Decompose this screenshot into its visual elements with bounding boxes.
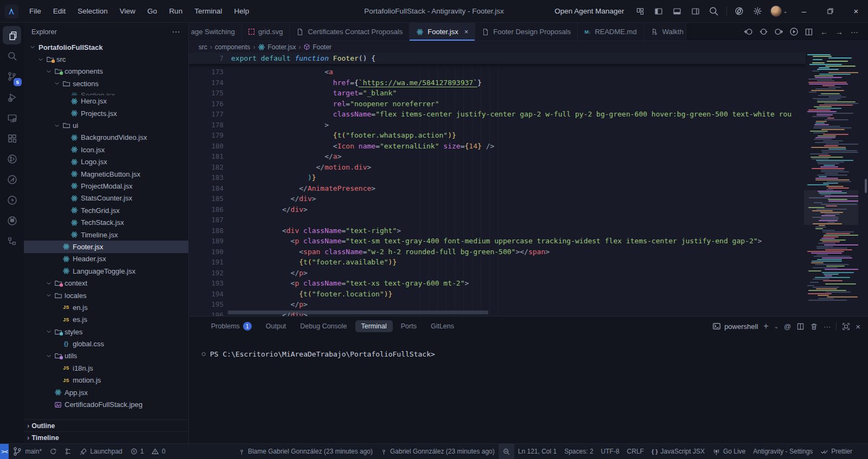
browser-icon[interactable] — [731, 4, 748, 18]
tree-item-context[interactable]: context — [24, 277, 188, 289]
go-back-icon[interactable]: ← — [817, 25, 831, 38]
split-editor-icon[interactable] — [802, 25, 816, 38]
panel-tab-problems[interactable]: Problems1 — [205, 320, 258, 333]
status-item-sync[interactable] — [46, 444, 61, 459]
close-tab-icon[interactable]: × — [464, 28, 469, 36]
tree-item-languagetoggle-jsx[interactable]: LanguageToggle.jsx — [24, 265, 188, 277]
tree-item-techstack-jsx[interactable]: TechStack.jsx — [24, 216, 188, 228]
tree-item-timeline-jsx[interactable]: Timeline.jsx — [24, 229, 188, 241]
tab-certificates-contact-proposals[interactable]: Certificates Contact Proposals — [290, 23, 410, 41]
status-item-launchpad[interactable]: Launchpad — [76, 444, 126, 459]
more-actions-icon[interactable]: ··· — [173, 28, 181, 36]
status-item-antigravity-settings[interactable]: Antigravity - Settings — [749, 444, 816, 459]
tree-item-es-js[interactable]: JSes.js — [24, 314, 188, 326]
activity-search[interactable] — [3, 47, 21, 65]
tree-item-icon-jsx[interactable]: Icon.jsx — [24, 144, 188, 156]
code-editor[interactable]: 7export default function Footer() { 173 … — [189, 53, 868, 316]
tab-grid-svg[interactable]: grid.svg — [242, 23, 290, 41]
gear-icon[interactable] — [750, 4, 766, 18]
activity-github[interactable] — [3, 211, 21, 230]
open-agent-manager-button[interactable]: Open Agent Manager — [549, 5, 629, 17]
activity-remote-explorer[interactable] — [3, 108, 21, 127]
tree-item-utils[interactable]: utils — [24, 350, 188, 362]
status-item-bell[interactable] — [856, 444, 864, 459]
tree-item-en-js[interactable]: JSen.js — [24, 301, 188, 313]
tree-item-backgroundvideo-jsx[interactable]: BackgroundVideo.jsx — [24, 132, 188, 144]
panel-tab-terminal[interactable]: Terminal — [355, 320, 393, 332]
activity-editor-tool[interactable] — [3, 170, 21, 189]
search-icon[interactable] — [706, 4, 722, 18]
activity-pull-request[interactable] — [3, 150, 21, 168]
tree-item-projects-jsx[interactable]: Projects.jsx — [24, 107, 188, 119]
status-item-spaces-2[interactable]: Spaces: 2 — [560, 444, 597, 459]
activity-extensions[interactable] — [3, 129, 21, 147]
tree-item-magneticbutton-jsx[interactable]: MagneticButton.jsx — [24, 168, 188, 180]
horizontal-scrollbar[interactable] — [228, 311, 488, 314]
tree-item-ui[interactable]: ui — [24, 119, 188, 131]
diff-icon[interactable] — [756, 25, 770, 38]
status-item-prettier[interactable]: Prettier — [816, 444, 856, 459]
tree-item-hero-jsx[interactable]: Hero.jsx — [24, 95, 188, 107]
close-button[interactable]: × — [844, 0, 868, 23]
account-menu[interactable]: ⌄ — [768, 5, 790, 17]
menu-run[interactable]: Run — [164, 4, 188, 18]
maximize-panel-icon[interactable] — [842, 322, 850, 331]
tab-walkth[interactable]: Walkth — [644, 23, 686, 41]
tree-item-certificadofullstack-jpeg[interactable]: CertificadoFullStack.jpeg — [24, 398, 188, 410]
panel-tab-output[interactable]: Output — [260, 320, 292, 332]
menu-edit[interactable]: Edit — [48, 4, 71, 18]
tree-item-components[interactable]: components — [24, 66, 188, 77]
tree-item-motion-js[interactable]: JSmotion.js — [24, 374, 188, 386]
menu-help[interactable]: Help — [228, 4, 254, 18]
toggle-sidebar-icon[interactable] — [650, 4, 667, 18]
menu-terminal[interactable]: Terminal — [189, 4, 227, 18]
tree-item-portafoliofullstack[interactable]: PortafolioFullStack — [24, 41, 188, 53]
tree-item-footer-jsx[interactable]: Footer.jsx — [24, 241, 188, 253]
navigate-back-icon[interactable] — [741, 25, 755, 38]
remote-indicator[interactable]: >< — [0, 444, 9, 459]
split-terminal-icon[interactable] — [796, 322, 805, 331]
activity-explorer[interactable] — [3, 26, 21, 44]
section-outline[interactable]: ›Outline — [24, 419, 188, 431]
tree-item-global-css[interactable]: {}global.css — [24, 338, 188, 350]
tree-item-header-jsx[interactable]: Header.jsx — [24, 253, 188, 265]
close-panel-icon[interactable]: × — [856, 322, 860, 331]
menu-view[interactable]: View — [114, 4, 141, 18]
go-forward-icon[interactable]: → — [832, 25, 846, 38]
tree-item-sections[interactable]: sections — [24, 77, 188, 89]
breadcrumb-footer-jsx[interactable]: Footer.jsx — [258, 43, 296, 51]
status-item-go-live[interactable]: Go Live — [709, 444, 749, 459]
tree-item-app-jsx[interactable]: App.jsx — [24, 386, 188, 398]
minimap[interactable] — [804, 54, 858, 316]
tree-item-i18n-js[interactable]: JSi18n.js — [24, 362, 188, 374]
breadcrumb-components[interactable]: components — [215, 43, 250, 51]
avatar[interactable] — [770, 5, 782, 17]
tree-item-logo-jsx[interactable]: Logo.jsx — [24, 156, 188, 168]
tab-age-switching[interactable]: age Switching — [189, 23, 242, 41]
tree-item-projectmodal-jsx[interactable]: ProjectModal.jsx — [24, 180, 188, 192]
tree-item-statscounter-jsx[interactable]: StatsCounter.jsx — [24, 192, 188, 204]
status-item-layers[interactable] — [61, 444, 76, 459]
tree-item-src[interactable]: src — [24, 53, 188, 65]
status-item-utf-8[interactable]: UTF-8 — [597, 444, 623, 459]
minimize-button[interactable]: – — [792, 0, 816, 23]
shell-select[interactable]: powershell — [712, 322, 758, 331]
tree-item-section-jsx[interactable]: Section.jsx — [24, 90, 188, 95]
status-item-0[interactable]: 0 — [148, 444, 169, 459]
panel-tab-ports[interactable]: Ports — [395, 320, 423, 332]
restore-button[interactable] — [818, 0, 842, 23]
activity-thunder-client[interactable] — [3, 191, 21, 209]
run-file-icon[interactable] — [787, 25, 801, 38]
at-icon[interactable]: @ — [784, 322, 791, 331]
activity-source-control[interactable]: 5 — [3, 67, 21, 86]
menu-go[interactable]: Go — [142, 4, 163, 18]
more-actions-icon[interactable]: ··· — [824, 322, 831, 331]
panel-tab-debug-console[interactable]: Debug Console — [294, 320, 353, 332]
menu-file[interactable]: File — [24, 4, 47, 18]
breadcrumb[interactable]: src›components›Footer.jsx›Footer — [189, 41, 868, 53]
tab-footer-design-proposals[interactable]: Footer Design Proposals — [475, 23, 578, 41]
status-item-gabriel-gonnz-lez-23-minutes-a[interactable]: Gabriel Gonnzález (23 minutes ago) — [376, 444, 499, 459]
status-item-main-[interactable]: main* — [9, 444, 46, 459]
status-item-javascript-jsx[interactable]: { }JavaScript JSX — [648, 444, 709, 459]
status-item-zoom-out[interactable] — [499, 444, 514, 459]
